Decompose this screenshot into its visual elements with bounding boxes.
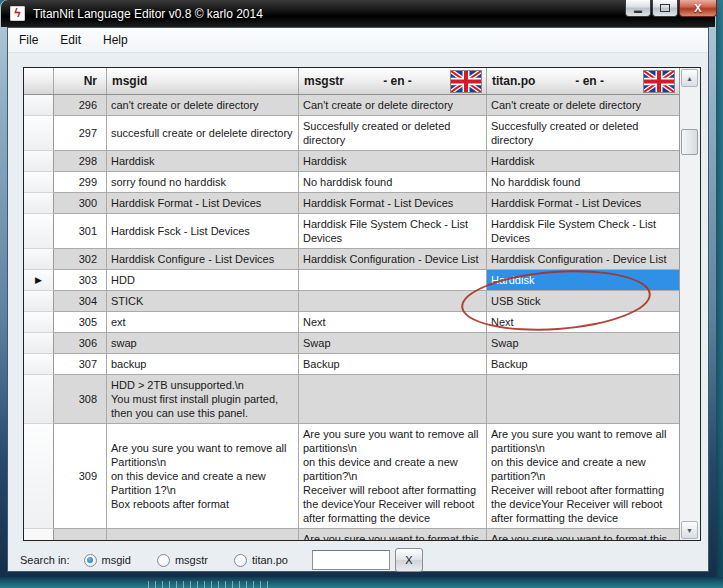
cell-titanpo[interactable]: Swap [487,333,679,354]
table-row[interactable]: 310 Are you sure you want to format this… [24,529,679,540]
close-button[interactable]: X [679,0,717,17]
table-row[interactable]: 304 STICK USB Stick [24,291,679,312]
radio-option-msgid[interactable]: msgid [84,554,131,567]
cell-msgstr[interactable]: Are you sure you want to format this par… [299,529,487,540]
menu-help[interactable]: Help [92,29,139,51]
maximize-button[interactable] [652,0,678,17]
cell-titanpo[interactable]: Can't create or delete directory [487,95,679,116]
row-gutter[interactable] [24,151,54,172]
table-row[interactable]: 306 swap Swap Swap [24,333,679,354]
cell-msgstr[interactable] [299,291,487,312]
row-gutter[interactable] [24,249,54,270]
search-input[interactable] [312,550,390,570]
row-gutter[interactable] [24,529,54,540]
cell-titanpo[interactable]: Harddisk File System Check - List Device… [487,214,679,249]
cell-msgstr[interactable] [299,270,487,291]
cell-nr[interactable]: 300 [54,193,107,214]
cell-nr[interactable]: 303 [54,270,107,291]
cell-nr[interactable]: 301 [54,214,107,249]
table-row[interactable]: 308 HDD > 2TB unsupported.\n You must fi… [24,375,679,424]
row-gutter[interactable] [24,424,54,529]
cell-msgstr[interactable] [299,375,487,424]
row-gutter[interactable] [24,333,54,354]
row-gutter[interactable] [24,375,54,424]
scroll-up-button[interactable]: ▲ [681,69,698,87]
cell-titanpo[interactable]: Are you sure you want to format this par… [487,529,679,540]
search-radio[interactable] [157,554,170,567]
radio-option-msgstr[interactable]: msgstr [157,554,208,567]
table-row[interactable]: 302 Harddisk Configure - List Devices Ha… [24,249,679,270]
cell-msgid[interactable]: Harddisk Format - List Devices [107,193,299,214]
table-row[interactable]: ▶ 303 HDD Harddisk [24,270,679,291]
table-row[interactable]: 301 Harddisk Fsck - List Devices Harddis… [24,214,679,249]
table-row[interactable]: 305 ext Next Next [24,312,679,333]
cell-msgid[interactable]: Are you sure you want to format this Par… [107,529,299,540]
cell-titanpo[interactable]: No harddisk found [487,172,679,193]
table-row[interactable]: 298 Harddisk Harddisk Harddisk [24,151,679,172]
cell-msgstr[interactable]: Next [299,312,487,333]
cell-nr[interactable]: 298 [54,151,107,172]
cell-msgid[interactable]: Harddisk Configure - List Devices [107,249,299,270]
cell-msgid[interactable]: STICK [107,291,299,312]
cell-msgid[interactable]: HDD > 2TB unsupported.\n You must first … [107,375,299,424]
cell-msgid[interactable]: ext [107,312,299,333]
cell-msgid[interactable]: Are you sure you want to remove all Part… [107,424,299,529]
cell-titanpo[interactable]: Are you sure you want to remove all part… [487,424,679,529]
row-gutter[interactable] [24,214,54,249]
header-msgid[interactable]: msgid [107,68,299,94]
row-gutter[interactable] [24,193,54,214]
cell-msgstr[interactable]: Harddisk Format - List Devices [299,193,487,214]
cell-nr[interactable]: 309 [54,424,107,529]
cell-msgstr[interactable]: Succesfully created or deleted directory [299,116,487,151]
row-gutter[interactable] [24,354,54,375]
header-msgstr[interactable]: msgstr - en - [299,68,487,94]
cell-msgstr[interactable]: Harddisk [299,151,487,172]
menu-file[interactable]: File [8,29,49,51]
cell-nr[interactable]: 307 [54,354,107,375]
header-nr[interactable]: Nr [54,68,107,94]
cell-msgid[interactable]: sorry found no harddisk [107,172,299,193]
cell-msgid[interactable]: swap [107,333,299,354]
table-row[interactable]: 299 sorry found no harddisk No harddisk … [24,172,679,193]
radio-option-titanpo[interactable]: titan.po [234,554,288,567]
table-row[interactable]: 309 Are you sure you want to remove all … [24,424,679,529]
row-gutter[interactable] [24,312,54,333]
cell-nr[interactable]: 297 [54,116,107,151]
cell-titanpo[interactable]: Harddisk [487,151,679,172]
cell-nr[interactable]: 296 [54,95,107,116]
cell-nr[interactable]: 310 [54,529,107,540]
row-gutter[interactable] [24,116,54,151]
vertical-scrollbar[interactable]: ▲ ▼ [679,68,700,540]
scroll-down-button[interactable]: ▼ [681,521,698,539]
row-gutter[interactable] [24,172,54,193]
cell-msgstr[interactable]: Harddisk Configuration - Device List [299,249,487,270]
cell-msgstr[interactable]: Swap [299,333,487,354]
row-gutter[interactable] [24,95,54,116]
cell-titanpo[interactable]: Harddisk [487,270,679,291]
cell-msgid[interactable]: can't create or delete directory [107,95,299,116]
cell-nr[interactable]: 302 [54,249,107,270]
search-radio[interactable] [234,554,247,567]
cell-msgstr[interactable]: Backup [299,354,487,375]
cell-msgstr[interactable]: Harddisk File System Check - List Device… [299,214,487,249]
cell-titanpo[interactable]: Harddisk Configuration - Device List [487,249,679,270]
cell-titanpo[interactable] [487,375,679,424]
cell-msgstr[interactable]: No harddisk found [299,172,487,193]
cell-msgstr[interactable]: Can't create or delete directory [299,95,487,116]
cell-nr[interactable]: 299 [54,172,107,193]
table-row[interactable]: 296 can't create or delete directory Can… [24,95,679,116]
cell-nr[interactable]: 304 [54,291,107,312]
table-row[interactable]: 300 Harddisk Format - List Devices Hardd… [24,193,679,214]
cell-titanpo[interactable]: Backup [487,354,679,375]
cell-msgid[interactable]: backup [107,354,299,375]
scrollbar-thumb[interactable] [681,129,698,155]
menu-edit[interactable]: Edit [49,29,92,51]
clear-search-button[interactable]: X [395,548,423,572]
table-row[interactable]: 307 backup Backup Backup [24,354,679,375]
cell-msgid[interactable]: Harddisk Fsck - List Devices [107,214,299,249]
cell-nr[interactable]: 308 [54,375,107,424]
cell-msgid[interactable]: Harddisk [107,151,299,172]
cell-titanpo[interactable]: Next [487,312,679,333]
cell-titanpo[interactable]: USB Stick [487,291,679,312]
cell-msgid[interactable]: succesfull create or delelete directory [107,116,299,151]
